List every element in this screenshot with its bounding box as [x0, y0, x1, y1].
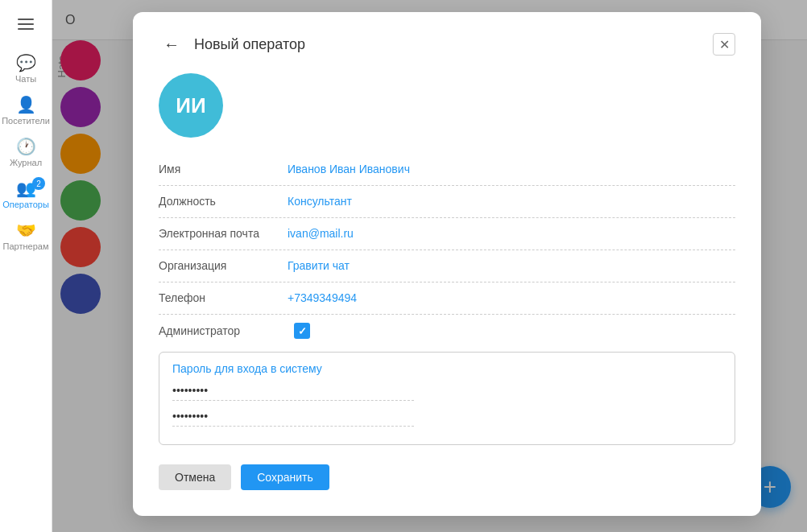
new-operator-modal: ← Новый оператор ✕ ИИ Имя Должность Элек… [133, 12, 761, 516]
org-input[interactable] [288, 258, 735, 274]
close-button[interactable]: ✕ [713, 33, 735, 56]
save-button[interactable]: Сохранить [241, 464, 329, 490]
position-input[interactable] [288, 193, 735, 209]
sidebar-item-operators-label: Операторы [2, 200, 49, 209]
avatar-container: ИИ [159, 73, 735, 138]
sidebar-item-journal-label: Журнал [10, 158, 42, 167]
cancel-button[interactable]: Отмена [159, 464, 231, 490]
partners-icon: 🤝 [16, 222, 36, 238]
phone-label: Телефон [159, 291, 288, 304]
name-label: Имя [159, 163, 288, 175]
sidebar-item-journal[interactable]: 🕐 Журнал [2, 132, 50, 174]
password-input[interactable] [172, 384, 414, 401]
main-content: Hate О ← Новый оператор ✕ ИИ Имя [52, 0, 807, 532]
menu-icon[interactable] [10, 8, 42, 40]
password-box: Пароль для входа в систему [159, 352, 735, 445]
sidebar-item-visitors[interactable]: 👤 Посетители [2, 90, 50, 132]
sidebar: 💬 Чаты 👤 Посетители 🕐 Журнал 2 👥 Операто… [0, 0, 52, 532]
admin-label: Администратор [159, 324, 288, 337]
visitors-icon: 👤 [16, 97, 36, 113]
password-input-row [172, 383, 722, 401]
password-section-label: Пароль для входа в систему [172, 362, 722, 375]
sidebar-item-visitors-label: Посетители [2, 116, 50, 126]
operators-badge: 2 [32, 177, 45, 190]
form-fields: Имя Должность Электронная почта Организа… [159, 157, 735, 315]
position-field-row: Должность [159, 189, 735, 218]
chat-icon: 💬 [16, 55, 36, 71]
org-field-row: Организация [159, 254, 735, 282]
admin-checkbox[interactable] [294, 323, 310, 339]
button-row: Отмена Сохранить [159, 464, 735, 490]
modal-header: ← Новый оператор ✕ [159, 31, 735, 57]
name-field-row: Имя [159, 157, 735, 186]
avatar: ИИ [159, 73, 223, 138]
admin-field-row: Администратор [159, 323, 735, 339]
back-button[interactable]: ← [159, 31, 184, 57]
phone-field-row: Телефон [159, 286, 735, 315]
name-input[interactable] [288, 161, 735, 177]
avatar-initials: ИИ [176, 93, 205, 118]
email-label: Электронная почта [159, 227, 288, 240]
sidebar-item-chats[interactable]: 💬 Чаты [2, 48, 50, 90]
journal-icon: 🕐 [16, 138, 36, 155]
modal-title: Новый оператор [194, 36, 713, 53]
email-field-row: Электронная почта [159, 221, 735, 250]
password-confirm-input[interactable] [172, 410, 414, 427]
email-input[interactable] [288, 225, 735, 241]
sidebar-item-partners[interactable]: 🤝 Партнерам [2, 216, 50, 258]
sidebar-item-operators[interactable]: 2 👥 Операторы [2, 174, 50, 216]
sidebar-item-chats-label: Чаты [15, 74, 36, 84]
password-confirm-row [172, 409, 722, 427]
phone-input[interactable] [288, 290, 735, 306]
org-label: Организация [159, 259, 288, 272]
position-label: Должность [159, 195, 288, 208]
sidebar-item-partners-label: Партнерам [3, 241, 49, 251]
